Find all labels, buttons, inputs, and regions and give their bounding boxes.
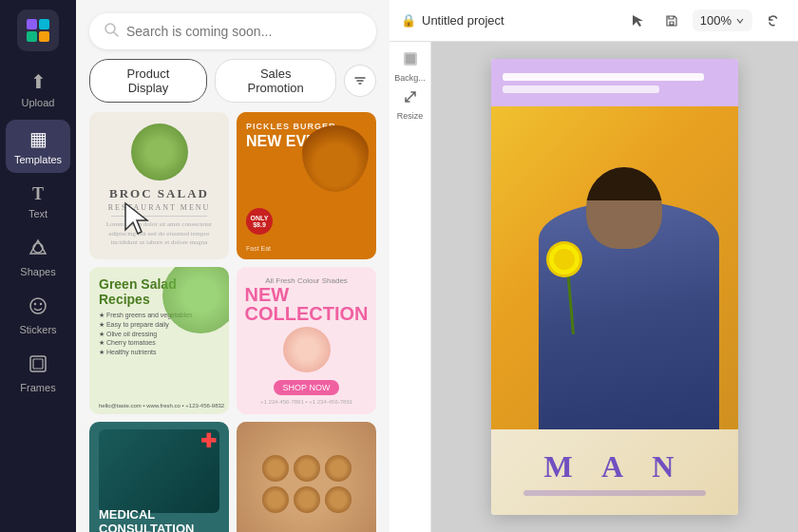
svg-rect-14 (406, 54, 415, 64)
template-card-green-salad[interactable]: Green Salad Recipes ★ Fresh greens and v… (89, 267, 229, 414)
filter-sales-promotion[interactable]: Sales Promotion (215, 59, 336, 103)
canvas-main-image (491, 106, 738, 429)
salad-image (131, 124, 188, 180)
card-4-title: NEWCollection (245, 285, 369, 323)
search-icon (104, 23, 119, 40)
cookies-grid (255, 447, 359, 521)
save-button[interactable] (658, 8, 685, 34)
template-card-pickles-burger[interactable]: PICKLES BURGER NEW EVENT! ONLY$8.9 Fast … (237, 112, 376, 259)
svg-rect-2 (27, 31, 37, 42)
templates-panel: Product Display Sales Promotion BROC SAL… (76, 0, 390, 532)
shapes-icon (28, 238, 48, 262)
svg-point-7 (34, 303, 36, 305)
right-panel: 🔒 Untitled project 100% (390, 0, 798, 532)
canvas-line-1 (503, 73, 704, 81)
zoom-control[interactable]: 100% (693, 10, 752, 31)
canvas-man-text: M A N (544, 449, 686, 484)
app-logo (17, 10, 59, 51)
card-2-url: Fast Eat (246, 245, 271, 252)
templates-grid: BROC SALAD RESTAURANT MENU Lorem ipsum d… (76, 112, 390, 532)
canvas-bottom-section: M A N (491, 429, 738, 515)
card-1-subtitle: RESTAURANT MENU (108, 203, 211, 212)
svg-rect-0 (27, 19, 37, 29)
project-name: Untitled project (422, 13, 504, 28)
burger-image (302, 125, 369, 192)
sidebar-item-label: Templates (14, 154, 62, 165)
canvas-line-2 (503, 86, 659, 93)
frames-icon (28, 354, 48, 378)
card-1-details: Lorem ipsum dolor sit amet consectetur a… (106, 220, 212, 248)
sidebar-item-shapes[interactable]: Shapes (6, 231, 70, 285)
zoom-value: 100% (700, 13, 732, 28)
topbar-right: 100% (624, 8, 787, 34)
sidebar-item-label: Text (28, 208, 48, 219)
cookie-2 (294, 455, 320, 482)
resize-icon (402, 88, 419, 109)
filter-more-button[interactable] (344, 65, 376, 97)
upload-icon: ⬆ (30, 70, 47, 93)
design-canvas: M A N (491, 59, 738, 515)
svg-point-8 (40, 303, 42, 305)
card-4-shop-btn: SHOP NOW (274, 380, 340, 395)
sidebar-item-stickers[interactable]: Stickers (6, 289, 70, 343)
man-head (586, 167, 662, 249)
flower (554, 249, 575, 270)
card-5-title: MEDICAL CONSULTATION (99, 507, 229, 532)
canvas-viewport[interactable]: M A N (431, 42, 798, 532)
man-hair (586, 167, 662, 200)
svg-rect-1 (39, 19, 49, 29)
filter-bar: Product Display Sales Promotion (76, 59, 390, 112)
background-icon (402, 50, 419, 71)
filter-product-display[interactable]: Product Display (89, 59, 207, 103)
lock-icon: 🔒 (401, 13, 416, 28)
card-1-title: BROC SALAD (109, 186, 209, 201)
svg-line-12 (114, 32, 118, 36)
man-figure (520, 144, 738, 429)
svg-rect-10 (33, 359, 43, 369)
template-card-cookies[interactable] (237, 422, 376, 532)
sidebar-item-label: Shapes (20, 266, 55, 277)
text-icon: T (32, 184, 44, 204)
cookie-5 (294, 486, 320, 513)
cursor-tool-button[interactable] (624, 8, 651, 34)
stickers-icon (28, 296, 48, 320)
background-label: Backg... (394, 73, 426, 83)
svg-point-6 (30, 298, 46, 314)
template-card-new-collection[interactable]: All Fresh Colour Shades NEWCollection SH… (237, 267, 376, 414)
cookie-4 (262, 486, 289, 513)
cookie-6 (325, 486, 352, 513)
cross-icon: ✚ (200, 429, 221, 450)
compact-image (283, 327, 331, 372)
cookie-3 (325, 455, 352, 482)
templates-icon: ▦ (29, 127, 48, 150)
sidebar-item-label: Stickers (19, 324, 56, 335)
sidebar-item-templates[interactable]: ▦ Templates (6, 120, 70, 173)
canvas-tools: Backg... Resize (390, 42, 431, 532)
card-2-price-badge: ONLY$8.9 (246, 208, 273, 235)
canvas-bottom-line (523, 490, 706, 496)
sidebar-item-text[interactable]: T Text (6, 177, 70, 227)
sidebar-item-frames[interactable]: Frames (6, 347, 70, 401)
canvas-area: Backg... Resize (390, 42, 798, 532)
template-card-medical[interactable]: ✚ MEDICAL CONSULTATION (89, 422, 229, 532)
project-name-area: 🔒 Untitled project (401, 13, 617, 28)
template-card-broc-salad[interactable]: BROC SALAD RESTAURANT MENU Lorem ipsum d… (89, 112, 229, 259)
sidebar: ⬆ Upload ▦ Templates T Text Shapes Stick… (0, 0, 76, 532)
svg-point-5 (33, 243, 43, 253)
sidebar-item-upload[interactable]: ⬆ Upload (6, 63, 70, 116)
canvas-top-section (491, 59, 738, 106)
search-bar[interactable] (89, 13, 376, 49)
undo-button[interactable] (760, 8, 787, 34)
card-4-contact: +1 234-456-7891 • +1 234-456-7891 (260, 399, 352, 405)
cookie-1 (262, 455, 289, 482)
resize-tool[interactable]: Resize (393, 87, 428, 122)
card-3-contact: hello@taste.com • www.fresh.co • +123-45… (99, 403, 224, 408)
background-tool[interactable]: Backg... (393, 49, 428, 84)
right-topbar: 🔒 Untitled project 100% (390, 0, 798, 42)
resize-label: Resize (397, 111, 424, 121)
search-input[interactable] (126, 24, 361, 39)
sidebar-item-label: Upload (22, 97, 55, 108)
svg-rect-3 (39, 31, 49, 42)
card-1-divider (111, 216, 208, 217)
sidebar-item-label: Frames (20, 382, 55, 393)
